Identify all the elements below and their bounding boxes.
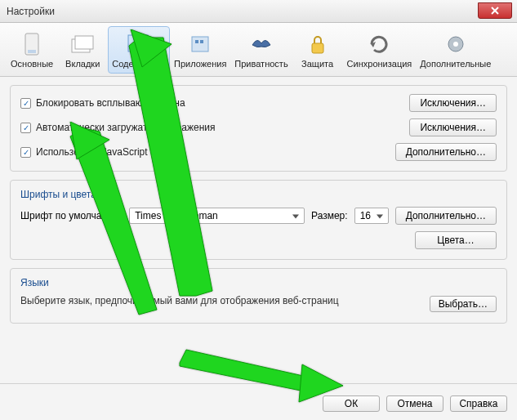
tab-applications[interactable]: Приложения [170, 26, 230, 74]
font-size-select[interactable]: 16 [354, 208, 389, 224]
tab-label: Приватность [234, 59, 287, 69]
checkbox-autoload-images[interactable]: ✓ [20, 123, 31, 133]
window-titlebar: Настройки [0, 0, 517, 23]
svg-rect-5 [75, 36, 93, 49]
panel-content: ✓ Блокировать всплывающие окна Исключени… [0, 77, 517, 420]
close-icon [491, 7, 499, 15]
cancel-button[interactable]: Отмена [386, 395, 443, 412]
languages-description: Выберите язык, предпочитаемый вами для о… [20, 295, 339, 306]
svg-point-14 [453, 42, 458, 47]
section-title: Языки [20, 275, 497, 288]
lock-icon [305, 31, 331, 57]
svg-marker-19 [180, 350, 310, 392]
tab-tabs[interactable]: Вкладки [57, 26, 108, 74]
dialog-buttons: ОК Отмена Справка [323, 395, 507, 412]
exceptions-button-images[interactable]: Исключения… [409, 118, 497, 136]
tabs-icon [69, 31, 96, 57]
sync-icon [366, 31, 392, 57]
svg-rect-9 [195, 40, 198, 43]
tab-sync[interactable]: Синхронизация [343, 26, 417, 74]
checkbox-use-javascript[interactable]: ✓ [20, 147, 31, 158]
content-icon [126, 31, 152, 57]
close-button[interactable] [478, 2, 512, 19]
tab-privacy[interactable]: Приватность [230, 26, 292, 74]
choose-language-button[interactable]: Выбрать… [430, 296, 497, 312]
exceptions-button-popups[interactable]: Исключения… [409, 94, 497, 112]
svg-point-7 [139, 42, 150, 54]
tab-advanced[interactable]: Дополнительные [416, 26, 495, 74]
help-button[interactable]: Справка [450, 395, 507, 412]
tab-label: Содержимое [112, 59, 166, 69]
languages-group: Языки Выберите язык, предпочитаемый вами… [10, 268, 507, 324]
svg-rect-3 [28, 50, 36, 53]
tab-label: Основные [11, 59, 53, 69]
tab-label: Защита [301, 59, 333, 69]
checkbox-label: Автоматически загружать изображения [36, 122, 215, 133]
applications-icon [187, 31, 213, 57]
default-font-select[interactable]: Times New Roman [129, 208, 305, 224]
checkbox-label: Использовать JavaScript [36, 146, 148, 158]
tab-security[interactable]: Защита [292, 26, 343, 74]
checkbox-block-popups[interactable]: ✓ [20, 98, 31, 109]
privacy-icon [248, 31, 274, 57]
fonts-colors-group: Шрифты и цвета Шрифт по умолчанию: Times… [10, 180, 507, 260]
svg-rect-10 [200, 40, 203, 43]
tab-label: Приложения [174, 59, 226, 69]
colors-button[interactable]: Цвета… [415, 231, 497, 249]
ok-button[interactable]: ОК [323, 395, 380, 412]
svg-rect-8 [192, 37, 208, 51]
category-toolbar: Основные Вкладки Содержимое Приложения П… [0, 23, 517, 77]
gear-icon [443, 31, 469, 57]
separator [0, 383, 517, 384]
svg-rect-11 [312, 43, 323, 53]
general-icon [19, 31, 45, 57]
font-size-label: Размер: [311, 210, 348, 221]
tab-general[interactable]: Основные [7, 26, 57, 74]
advanced-button-js[interactable]: Дополнительно… [395, 143, 497, 161]
tab-label: Дополнительные [420, 59, 491, 69]
checkbox-label: Блокировать всплывающие окна [36, 97, 185, 109]
checkboxes-group: ✓ Блокировать всплывающие окна Исключени… [10, 85, 507, 172]
window-title: Настройки [7, 6, 55, 17]
default-font-label: Шрифт по умолчанию: [20, 210, 123, 221]
advanced-fonts-button[interactable]: Дополнительно… [395, 207, 497, 225]
tab-label: Вкладки [65, 59, 100, 69]
tab-content[interactable]: Содержимое [108, 26, 170, 74]
tab-label: Синхронизация [347, 59, 412, 69]
section-title: Шрифты и цвета [20, 187, 497, 200]
